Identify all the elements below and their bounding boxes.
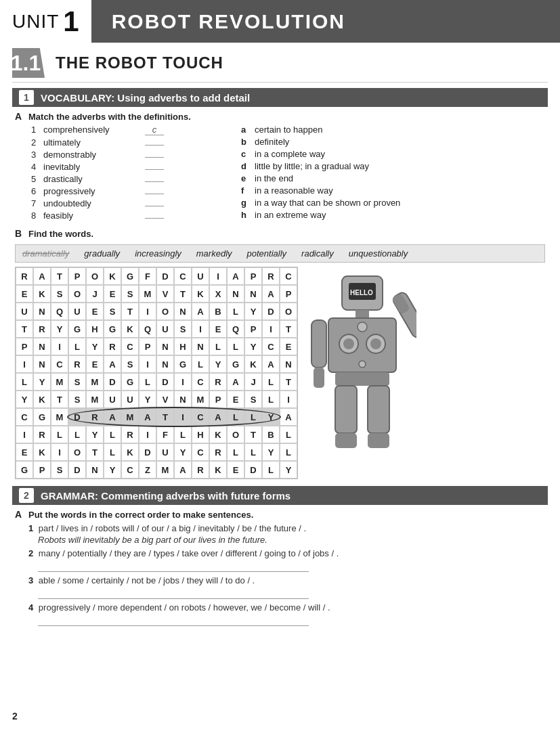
ws-cell: A	[262, 355, 280, 373]
ws-cell: L	[262, 373, 280, 391]
ws-cell: L	[209, 338, 227, 355]
vocab-answer[interactable]	[145, 206, 164, 206]
ws-cell: Y	[244, 338, 262, 355]
svg-rect-10	[314, 368, 324, 388]
vocab-word-item: 4 inevitably	[31, 162, 241, 172]
grammar-exercises: 1 part / lives in / robots will / of our…	[15, 523, 545, 626]
ws-row: EKIOTLKDUYCRLLYL	[16, 443, 297, 461]
ws-cell: U	[156, 320, 174, 338]
exercise-num: 3	[28, 575, 33, 585]
ws-cell: N	[227, 285, 244, 303]
ws-cell: G	[33, 408, 51, 426]
ws-cell: P	[244, 320, 262, 338]
ws-cell: R	[192, 461, 209, 479]
vocab-answer[interactable]	[145, 181, 164, 182]
vocab-num: 4	[31, 162, 43, 172]
ws-cell: N	[156, 338, 174, 355]
ws-cell: C	[192, 373, 209, 391]
grammar-section-title: GRAMMAR: Commenting adverbs with future …	[41, 490, 290, 502]
ws-cell: T	[86, 443, 104, 461]
vocab-answer[interactable]	[145, 157, 164, 158]
vocab-def-text: in an extreme way	[255, 210, 326, 220]
ws-cell: D	[156, 373, 174, 391]
vocab-num: 5	[31, 174, 43, 184]
ws-cell: Y	[174, 443, 192, 461]
ws-cell: T	[244, 426, 262, 443]
svg-point-8	[370, 338, 381, 349]
ws-cell: L	[68, 338, 86, 355]
ws-cell: I	[139, 303, 156, 320]
ws-cell: D	[244, 461, 262, 479]
ws-cell: M	[51, 408, 68, 426]
vocab-def-item: b definitely	[241, 137, 545, 147]
ws-cell: M	[51, 373, 68, 391]
ws-cell: O	[156, 303, 174, 320]
vocab-answer[interactable]	[145, 218, 164, 219]
answer-line[interactable]	[38, 614, 309, 626]
ws-cell: A	[227, 267, 244, 285]
ws-cell: A	[227, 373, 244, 391]
ws-cell: G	[121, 373, 139, 391]
ws-cell: C	[16, 408, 33, 426]
ws-cell: I	[280, 391, 297, 408]
vocab-def-item: d little by little; in a gradual way	[241, 161, 545, 171]
vocab-answer[interactable]: c	[145, 125, 164, 135]
vocab-def-text: certain to happen	[255, 125, 322, 135]
vocab-def-letter: a	[241, 125, 255, 135]
vocab-def-letter: h	[241, 210, 255, 220]
instruction-a-letter: A	[15, 111, 28, 122]
ws-cell: O	[227, 426, 244, 443]
ws-cell: G	[68, 320, 86, 338]
grammar-exercise-item: 3 able / some / certainly / not be / job…	[28, 575, 545, 599]
ws-cell: H	[174, 338, 192, 355]
ws-cell: R	[104, 338, 121, 355]
ws-cell: N	[174, 303, 192, 320]
vocab-word-item: 6 progressively	[31, 186, 241, 196]
exercise-prompt: progressively / more dependent / on robo…	[39, 602, 330, 613]
ws-cell: C	[174, 267, 192, 285]
answer-line[interactable]	[38, 587, 309, 599]
ws-cell: J	[244, 373, 262, 391]
ws-cell: G	[16, 461, 33, 479]
ws-cell: I	[262, 320, 280, 338]
ws-cell: E	[16, 443, 33, 461]
ws-cell: R	[121, 426, 139, 443]
ws-cell: L	[139, 373, 156, 391]
svg-rect-16	[368, 386, 389, 433]
vocab-def-text: little by little; in a gradual way	[255, 161, 369, 171]
ws-cell: O	[280, 303, 297, 320]
vocab-num: 6	[31, 186, 43, 196]
ws-cell: Y	[280, 461, 297, 479]
word-bank-item: dramatically	[22, 248, 69, 259]
vocab-answer[interactable]	[145, 194, 164, 194]
vocab-answer[interactable]	[145, 169, 164, 170]
ws-cell: L	[244, 443, 262, 461]
ws-cell: I	[16, 426, 33, 443]
ws-row: PNILYRCPNHNLLYCE	[16, 338, 297, 355]
vocab-def-text: in a reasonable way	[255, 185, 333, 196]
ws-cell: E	[280, 338, 297, 355]
ws-cell: R	[68, 355, 86, 373]
svg-rect-15	[335, 433, 357, 448]
ws-cell: L	[280, 426, 297, 443]
answer-line[interactable]	[38, 560, 309, 572]
ws-cell: K	[209, 426, 227, 443]
vocab-answer[interactable]	[145, 145, 164, 146]
page-number: 2	[12, 711, 18, 722]
ws-cell: L	[280, 443, 297, 461]
ws-cell: E	[16, 285, 33, 303]
ws-cell: N	[156, 355, 174, 373]
word-bank-item: increasingly	[135, 248, 181, 259]
ws-cell: I	[139, 355, 156, 373]
ws-cell: Y	[139, 391, 156, 408]
ws-cell: O	[68, 285, 86, 303]
vocab-def-item: a certain to happen	[241, 125, 545, 135]
ws-cell: Y	[209, 355, 227, 373]
ws-cell: L	[227, 408, 244, 426]
vocab-word: drastically	[43, 174, 145, 184]
ws-cell: A	[33, 267, 51, 285]
ws-cell: E	[227, 391, 244, 408]
ws-cell: K	[244, 355, 262, 373]
vocab-def-letter: e	[241, 173, 255, 183]
ws-cell: T	[51, 267, 68, 285]
